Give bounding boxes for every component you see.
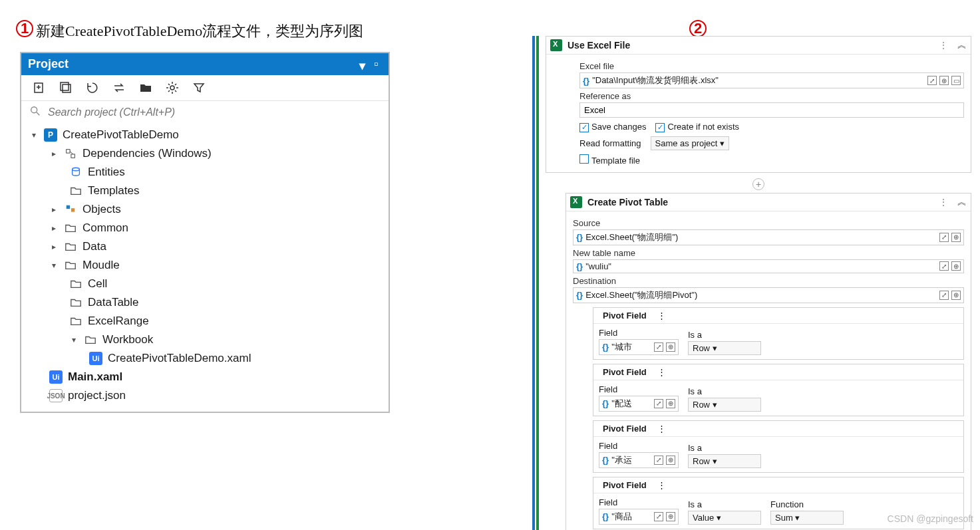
plus-icon[interactable]: ⊕ [951,291,961,300]
badge-one: 1 [16,20,33,37]
expand-icon[interactable]: ⤢ [939,291,949,300]
create-pivot-table-card[interactable]: Create Pivot Table ⋮ ︽ Source {} Excel.S… [566,193,971,531]
pivot-field-card[interactable]: Pivot Field ⋮ Field {} "配送 ⤢ ⊕ Is a Row … [593,364,964,416]
pivot-field-card[interactable]: Pivot Field ⋮ Field {} "城市 ⤢ ⊕ Is a Row … [593,307,964,360]
isa-select[interactable]: Row ▾ [688,341,761,355]
caret-right-icon[interactable]: ▸ [49,149,59,158]
reference-input[interactable] [579,102,964,118]
sync-icon[interactable] [112,80,126,95]
field-expression[interactable]: {} "承运 ⤢ ⊕ [599,452,679,468]
destination-expression[interactable]: {} Excel.Sheet("物流明细Pivot") ⤢ ⊕ [573,287,964,303]
more-icon[interactable]: ⋮ [657,311,666,321]
tree-label: Objects [82,203,121,216]
collapse-icon[interactable]: ︽ [957,39,967,51]
tree-moudle[interactable]: ▾Moudle [27,256,385,275]
destination-label: Destination [573,276,964,286]
svg-line-10 [70,151,73,154]
create-if-not-exists-checkbox[interactable]: ✓Create if not exists [655,122,739,132]
template-file-checkbox[interactable]: Template file [579,154,640,166]
tree-objects[interactable]: ▸Objects [27,200,385,219]
panel-menu-icon[interactable]: ▫ [374,57,383,66]
more-icon[interactable]: ⋮ [657,424,666,434]
tree-datatable[interactable]: DataTable [27,293,385,312]
isa-select[interactable]: Row ▾ [688,454,761,468]
checkbox-label: Create if not exists [667,122,739,132]
plus-icon[interactable]: ⊕ [666,456,675,465]
save-changes-checkbox[interactable]: ✓Save changes [579,122,646,132]
caret-right-icon[interactable]: ▸ [49,223,59,233]
tree-root[interactable]: ▾PCreatePivotTableDemo [27,126,385,144]
tree-templates[interactable]: Templates [27,182,385,200]
field-expression[interactable]: {} "商品 ⤢ ⊕ [599,509,679,525]
settings-icon[interactable] [165,80,180,95]
plus-icon[interactable]: ⊕ [951,233,961,242]
pin-icon[interactable]: ▾ [359,59,369,68]
tree-common[interactable]: ▸Common [27,219,385,237]
isa-select[interactable]: Row ▾ [688,398,761,412]
plus-icon[interactable]: ⊕ [951,261,961,271]
save-all-icon[interactable] [59,80,73,95]
field-expression[interactable]: {} "城市 ⤢ ⊕ [599,339,679,355]
caret-down-icon[interactable]: ▾ [69,335,79,344]
expand-icon[interactable]: ⤢ [654,399,663,408]
expand-icon[interactable]: ⤢ [654,342,663,352]
read-formatting-select[interactable]: Same as project ▾ [651,136,730,150]
caret-down-icon[interactable]: ▾ [29,130,39,140]
more-icon[interactable]: ⋮ [936,197,952,207]
checkbox-label: Save changes [591,122,646,132]
plus-icon[interactable]: ⊕ [666,399,675,408]
brace-icon: {} [602,511,609,521]
tree-label: Entities [88,166,125,179]
more-icon[interactable]: ⋮ [657,367,666,377]
tree-data[interactable]: ▸Data [27,237,385,256]
tree-dependencies[interactable]: ▸Dependencies (Windows) [27,144,385,163]
isa-label: Is a [688,443,761,453]
new-table-expression[interactable]: {} "wuliu" ⤢ ⊕ [573,259,964,273]
source-expression[interactable]: {} Excel.Sheet("物流明细") ⤢ ⊕ [573,229,964,245]
more-icon[interactable]: ⋮ [936,40,952,51]
project-icon: P [44,128,57,142]
svg-rect-9 [71,154,75,158]
tree-main[interactable]: UiMain.xaml [27,368,385,386]
tree-cell[interactable]: Cell [27,275,385,293]
function-select[interactable]: Sum ▾ [770,511,844,525]
expand-icon[interactable]: ⤢ [939,233,949,242]
expand-icon[interactable]: ⤢ [654,456,663,465]
excel-file-expression[interactable]: {} "Data\Input\物流发货明细表.xlsx" ⤢ ⊕ ▭ [579,72,964,88]
excel-icon [550,39,562,51]
plus-icon[interactable]: ⊕ [666,512,675,521]
read-formatting-label: Read formatting [579,138,641,148]
use-excel-file-card[interactable]: Use Excel File ⋮ ︽ Excel file {} "Data\I… [546,36,971,173]
field-label: Field [599,384,679,394]
pivot-field-card[interactable]: Pivot Field ⋮ Field {} "承运 ⤢ ⊕ Is a Row … [593,420,964,473]
folder-icon [84,333,97,346]
isa-label: Is a [688,330,761,340]
add-activity-button[interactable]: + [546,178,971,190]
search-input[interactable] [47,106,381,119]
plus-icon[interactable]: ⊕ [666,342,675,352]
expand-icon[interactable]: ⤢ [927,76,937,85]
pivot-field-title: Pivot Field [603,424,647,434]
tree-workbook[interactable]: ▾Workbook [27,331,385,349]
caret-right-icon[interactable]: ▸ [49,242,59,251]
caret-right-icon[interactable]: ▸ [49,205,59,214]
browse-icon[interactable]: ▭ [951,76,961,85]
tree-project-json[interactable]: JSONproject.json [27,386,385,405]
open-folder-icon[interactable] [138,80,153,95]
refresh-icon[interactable] [85,80,100,95]
plus-icon[interactable]: ⊕ [939,76,949,85]
expand-icon[interactable]: ⤢ [654,512,663,521]
tree-excelrange[interactable]: ExcelRange [27,312,385,331]
isa-select[interactable]: Value ▾ [688,511,761,525]
expand-icon[interactable]: ⤢ [939,261,949,271]
caret-down-icon[interactable]: ▾ [49,261,59,270]
field-expression[interactable]: {} "配送 ⤢ ⊕ [599,396,679,412]
expression-value: "wuliu" [585,261,937,271]
tree-xaml-file[interactable]: UiCreatePivotTableDemo.xaml [27,349,385,368]
pivot-field-title: Pivot Field [603,480,647,490]
filter-icon[interactable] [192,80,206,95]
more-icon[interactable]: ⋮ [657,480,666,490]
collapse-icon[interactable]: ︽ [957,196,967,208]
tree-entities[interactable]: Entities [27,163,385,182]
new-file-icon[interactable] [32,80,47,95]
